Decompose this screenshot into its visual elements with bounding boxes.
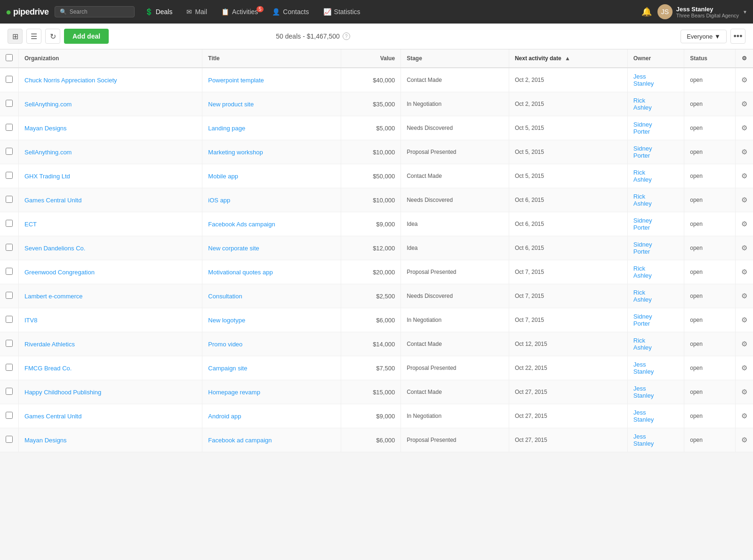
header-owner[interactable]: Owner bbox=[627, 49, 684, 68]
title-link[interactable]: Campaign site bbox=[208, 365, 247, 372]
more-options-button[interactable]: ••• bbox=[730, 29, 745, 44]
row-gear-cell[interactable]: ⚙ bbox=[736, 356, 753, 380]
organization-link[interactable]: ITV8 bbox=[24, 317, 37, 324]
row-checkbox[interactable] bbox=[6, 292, 13, 299]
title-link[interactable]: iOS app bbox=[208, 197, 230, 204]
header-title[interactable]: Title bbox=[202, 49, 341, 68]
row-gear-cell[interactable]: ⚙ bbox=[736, 140, 753, 164]
nav-item-activities[interactable]: 📋 Activities 5 bbox=[215, 5, 264, 18]
organization-link[interactable]: Lambert e-commerce bbox=[24, 293, 83, 300]
row-checkbox[interactable] bbox=[6, 340, 13, 347]
organization-link[interactable]: Mayan Designs bbox=[24, 125, 67, 132]
row-checkbox[interactable] bbox=[6, 148, 13, 155]
select-all-checkbox[interactable] bbox=[6, 54, 13, 61]
row-checkbox-cell[interactable] bbox=[0, 404, 19, 428]
row-gear-icon[interactable]: ⚙ bbox=[741, 196, 747, 204]
organization-link[interactable]: Seven Dandelions Co. bbox=[24, 245, 85, 252]
row-gear-cell[interactable]: ⚙ bbox=[736, 260, 753, 284]
header-gear[interactable]: ⚙ bbox=[736, 49, 753, 68]
title-link[interactable]: Marketing workshop bbox=[208, 149, 263, 156]
row-gear-cell[interactable]: ⚙ bbox=[736, 284, 753, 308]
owner-link[interactable]: RickAshley bbox=[633, 97, 652, 111]
owner-link[interactable]: RickAshley bbox=[633, 193, 652, 207]
header-checkbox[interactable] bbox=[0, 49, 19, 68]
row-checkbox-cell[interactable] bbox=[0, 116, 19, 140]
refresh-button[interactable]: ↻ bbox=[45, 29, 60, 44]
header-value[interactable]: Value bbox=[341, 49, 401, 68]
title-link[interactable]: Homepage revamp bbox=[208, 389, 260, 396]
row-checkbox-cell[interactable] bbox=[0, 212, 19, 236]
search-box[interactable]: 🔍 Search bbox=[55, 6, 135, 17]
organization-link[interactable]: SellAnything.com bbox=[24, 149, 72, 156]
owner-link[interactable]: JessStanley bbox=[633, 385, 654, 399]
row-gear-icon[interactable]: ⚙ bbox=[741, 172, 747, 180]
row-gear-cell[interactable]: ⚙ bbox=[736, 92, 753, 116]
organization-link[interactable]: SellAnything.com bbox=[24, 101, 72, 108]
owner-link[interactable]: RickAshley bbox=[633, 289, 652, 303]
owner-link[interactable]: SidneyPorter bbox=[633, 121, 652, 135]
row-checkbox-cell[interactable] bbox=[0, 92, 19, 116]
owner-link[interactable]: JessStanley bbox=[633, 73, 654, 87]
row-checkbox-cell[interactable] bbox=[0, 68, 19, 92]
owner-link[interactable]: JessStanley bbox=[633, 409, 654, 423]
header-status[interactable]: Status bbox=[684, 49, 736, 68]
row-checkbox-cell[interactable] bbox=[0, 356, 19, 380]
organization-link[interactable]: Mayan Designs bbox=[24, 437, 67, 444]
row-checkbox-cell[interactable] bbox=[0, 140, 19, 164]
row-gear-icon[interactable]: ⚙ bbox=[741, 364, 747, 372]
row-gear-icon[interactable]: ⚙ bbox=[741, 76, 747, 84]
everyone-button[interactable]: Everyone ▼ bbox=[681, 30, 727, 43]
kanban-view-button[interactable]: ⊞ bbox=[8, 29, 23, 44]
row-gear-icon[interactable]: ⚙ bbox=[741, 244, 747, 252]
row-checkbox-cell[interactable] bbox=[0, 308, 19, 332]
row-checkbox-cell[interactable] bbox=[0, 428, 19, 452]
row-gear-icon[interactable]: ⚙ bbox=[741, 436, 747, 444]
title-link[interactable]: Facebook Ads campaign bbox=[208, 221, 275, 228]
list-view-button[interactable]: ☰ bbox=[26, 29, 41, 44]
row-checkbox[interactable] bbox=[6, 388, 13, 395]
row-checkbox[interactable] bbox=[6, 124, 13, 131]
title-link[interactable]: New corporate site bbox=[208, 245, 259, 252]
header-next-activity-date[interactable]: Next activity date ▲ bbox=[509, 49, 627, 68]
row-checkbox[interactable] bbox=[6, 268, 13, 275]
title-link[interactable]: New product site bbox=[208, 101, 254, 108]
row-gear-icon[interactable]: ⚙ bbox=[741, 100, 747, 108]
help-icon[interactable]: ? bbox=[343, 32, 350, 40]
row-checkbox[interactable] bbox=[6, 196, 13, 203]
organization-link[interactable]: Riverdale Athletics bbox=[24, 341, 75, 348]
row-checkbox-cell[interactable] bbox=[0, 260, 19, 284]
title-link[interactable]: Powerpoint template bbox=[208, 77, 264, 84]
row-gear-cell[interactable]: ⚙ bbox=[736, 308, 753, 332]
row-gear-cell[interactable]: ⚙ bbox=[736, 380, 753, 404]
row-gear-icon[interactable]: ⚙ bbox=[741, 316, 747, 324]
header-stage[interactable]: Stage bbox=[401, 49, 509, 68]
owner-link[interactable]: SidneyPorter bbox=[633, 313, 652, 327]
owner-link[interactable]: RickAshley bbox=[633, 337, 652, 351]
owner-link[interactable]: SidneyPorter bbox=[633, 241, 652, 255]
row-checkbox[interactable] bbox=[6, 220, 13, 227]
title-link[interactable]: Consultation bbox=[208, 293, 242, 300]
bell-icon[interactable]: 🔔 bbox=[641, 7, 652, 17]
nav-item-contacts[interactable]: 👤 Contacts bbox=[265, 5, 315, 18]
title-link[interactable]: Mobile app bbox=[208, 173, 238, 180]
nav-item-statistics[interactable]: 📈 Statistics bbox=[317, 5, 367, 18]
nav-item-mail[interactable]: ✉ Mail bbox=[180, 5, 214, 18]
row-gear-icon[interactable]: ⚙ bbox=[741, 124, 747, 132]
row-checkbox-cell[interactable] bbox=[0, 164, 19, 188]
header-organization[interactable]: Organization bbox=[19, 49, 202, 68]
title-link[interactable]: Android app bbox=[208, 413, 241, 420]
row-gear-icon[interactable]: ⚙ bbox=[741, 220, 747, 228]
row-gear-cell[interactable]: ⚙ bbox=[736, 428, 753, 452]
row-checkbox[interactable] bbox=[6, 244, 13, 251]
row-checkbox[interactable] bbox=[6, 364, 13, 371]
row-checkbox-cell[interactable] bbox=[0, 284, 19, 308]
row-gear-icon[interactable]: ⚙ bbox=[741, 412, 747, 420]
organization-link[interactable]: Greenwood Congregation bbox=[24, 269, 95, 276]
row-gear-cell[interactable]: ⚙ bbox=[736, 236, 753, 260]
add-deal-button[interactable]: Add deal bbox=[64, 29, 109, 44]
organization-link[interactable]: Happy Childhood Publishing bbox=[24, 389, 101, 396]
title-link[interactable]: New logotype bbox=[208, 317, 245, 324]
row-checkbox[interactable] bbox=[6, 412, 13, 419]
organization-link[interactable]: GHX Trading Ltd bbox=[24, 173, 70, 180]
row-checkbox[interactable] bbox=[6, 76, 13, 83]
